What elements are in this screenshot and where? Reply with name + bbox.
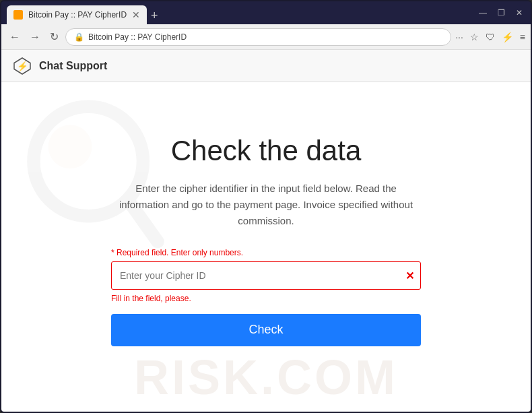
required-star: * <box>111 248 117 257</box>
close-button[interactable]: ✕ <box>513 7 525 19</box>
back-button[interactable]: ← <box>7 30 23 44</box>
title-bar: Bitcoin Pay :: PAY CipherID ✕ + — ❐ ✕ <box>1 1 531 24</box>
url-text: Bitcoin Pay :: PAY CipherID <box>88 32 187 42</box>
tab-area: Bitcoin Pay :: PAY CipherID ✕ + <box>7 1 473 24</box>
page-description: Enter the cipher identifier in the input… <box>111 181 421 229</box>
tab-close-button[interactable]: ✕ <box>132 10 140 20</box>
cipher-input-wrapper: ✕ <box>111 261 421 290</box>
minimize-button[interactable]: — <box>476 7 490 19</box>
brand-name: Chat Support <box>39 60 107 72</box>
required-label: * Required field. Enter only numbers. <box>111 248 421 257</box>
brand-logo: ⚡ <box>12 56 32 76</box>
page-header: ⚡ Chat Support <box>1 50 531 82</box>
cipher-input[interactable] <box>111 261 421 290</box>
active-tab[interactable]: Bitcoin Pay :: PAY CipherID ✕ <box>7 5 147 24</box>
bookmark-icon[interactable]: ☆ <box>470 32 479 42</box>
window-controls: — ❐ ✕ <box>476 7 525 19</box>
menu-button[interactable]: ≡ <box>520 32 525 42</box>
error-message: Fill in the field, please. <box>111 294 421 303</box>
browser-window: Bitcoin Pay :: PAY CipherID ✕ + — ❐ ✕ ← … <box>0 0 532 413</box>
maximize-button[interactable]: ❐ <box>495 7 508 19</box>
content-card: Check the data Enter the cipher identifi… <box>84 121 448 373</box>
more-button[interactable]: ··· <box>455 32 463 42</box>
shield-icon: 🛡 <box>486 32 495 42</box>
check-button[interactable]: Check <box>111 314 421 346</box>
address-input[interactable]: 🔒 Bitcoin Pay :: PAY CipherID <box>65 28 451 46</box>
page-title: Check the data <box>111 135 421 167</box>
refresh-button[interactable]: ↻ <box>47 29 61 44</box>
main-content: RISK.COM Check the data Enter the cipher… <box>1 82 531 412</box>
tab-title: Bitcoin Pay :: PAY CipherID <box>28 10 127 20</box>
svg-text:⚡: ⚡ <box>17 61 28 72</box>
input-clear-button[interactable]: ✕ <box>405 269 414 282</box>
address-bar: ← → ↻ 🔒 Bitcoin Pay :: PAY CipherID ··· … <box>1 24 531 50</box>
toolbar-icons: ··· ☆ 🛡 ⚡ ≡ <box>455 32 525 42</box>
tab-favicon <box>13 10 23 20</box>
forward-button[interactable]: → <box>27 30 43 44</box>
new-tab-button[interactable]: + <box>147 7 162 24</box>
sync-icon[interactable]: ⚡ <box>502 32 513 42</box>
lock-icon: 🔒 <box>74 32 84 42</box>
